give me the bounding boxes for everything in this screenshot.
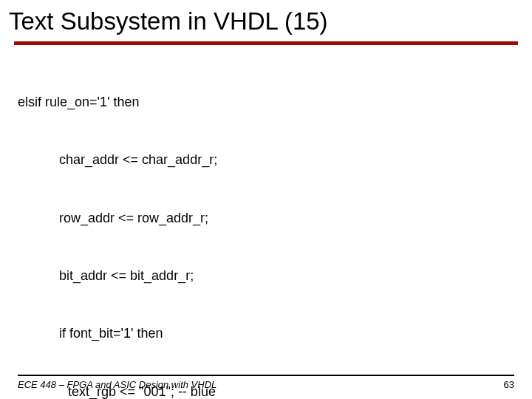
code-line: if font_bit='1' then [18,324,514,343]
page-title: Text Subsystem in VHDL (15) [9,7,514,35]
code-line: char_addr <= char_addr_r; [18,150,514,169]
slide: Text Subsystem in VHDL (15) elsif rule_o… [0,0,532,399]
title-rule [14,41,518,45]
code-line: row_addr <= row_addr_r; [18,208,514,228]
code-block: elsif rule_on='1' then char_addr <= char… [18,54,514,399]
footer: ECE 448 – FPGA and ASIC Design with VHDL… [18,375,514,390]
footer-course: ECE 448 – FPGA and ASIC Design with VHDL [18,379,216,390]
page-number: 63 [504,379,514,390]
code-line: elsif rule_on='1' then [18,92,514,112]
code-line: bit_addr <= bit_addr_r; [18,266,514,285]
